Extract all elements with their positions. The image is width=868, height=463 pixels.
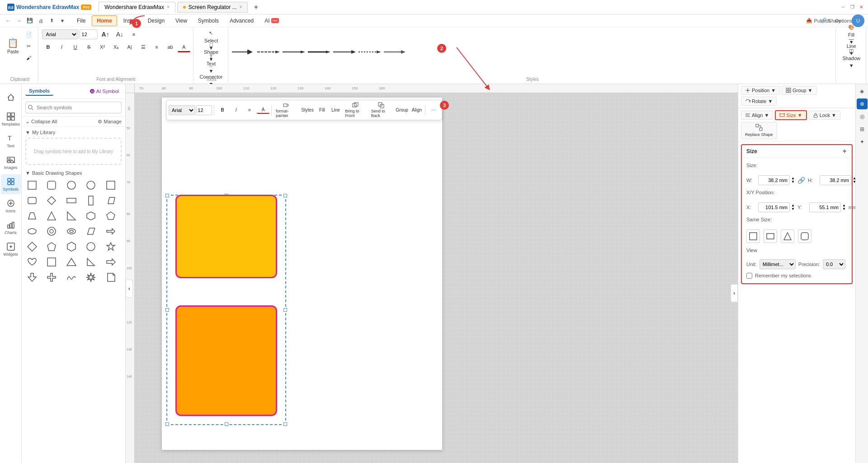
sel-handle-br[interactable] <box>283 422 287 426</box>
back-button[interactable]: ← <box>4 16 13 25</box>
collapse-all-button[interactable]: ⌄ Collapse All <box>25 118 57 125</box>
width-input[interactable] <box>758 175 790 185</box>
sidebar-item-home[interactable] <box>1 88 21 108</box>
shape-parallelogram2[interactable] <box>84 224 98 238</box>
select-tool-button[interactable]: ↖Select▼ <box>197 29 226 40</box>
shape-arrow-r[interactable] <box>104 224 118 238</box>
font-size-input[interactable] <box>80 29 98 39</box>
shape-triangle2[interactable] <box>65 255 78 269</box>
fontcolor-button[interactable]: A <box>178 42 190 52</box>
shape-pentagon[interactable] <box>104 209 118 223</box>
sel-handle-ml[interactable] <box>165 308 169 312</box>
size-rt-button[interactable]: Size▼ <box>775 110 807 120</box>
shape-pentagon2[interactable] <box>45 240 58 253</box>
sel-handle-mr[interactable] <box>283 308 287 312</box>
rs-icon-4[interactable]: ⊞ <box>857 124 868 135</box>
ft-bold-button[interactable]: B <box>216 107 229 113</box>
cut-button[interactable]: ✂ <box>23 41 35 51</box>
x-spinner[interactable]: ▲ ▼ <box>791 204 795 211</box>
unit-select[interactable]: Millimet... <box>760 259 796 269</box>
share-quick-button[interactable]: ⬆ <box>47 16 56 25</box>
right-panel-collapse-button[interactable]: › <box>731 284 738 302</box>
rs-icon-1[interactable]: ◈ <box>857 86 868 97</box>
tab-screen-regulator[interactable]: Screen Regulator ... × <box>177 2 248 13</box>
position-button[interactable]: Position▼ <box>741 86 780 95</box>
tab-edrawmax[interactable]: Wondershare EdrawMax × <box>99 2 175 13</box>
shape-hexagon2[interactable] <box>65 240 78 253</box>
shape-rect-wide[interactable] <box>65 194 78 207</box>
sidebar-item-icons[interactable]: Icons <box>1 196 21 216</box>
sidebar-item-widgets[interactable]: Widgets <box>1 239 21 259</box>
quick-dropdown[interactable]: ▼ <box>58 16 67 25</box>
save-button[interactable]: 💾 <box>25 16 34 25</box>
remember-checkbox[interactable] <box>746 273 752 279</box>
tab-symbols[interactable]: Symbols <box>25 87 53 96</box>
list-button[interactable]: ≡ <box>151 42 163 52</box>
shape-circle[interactable] <box>65 178 78 192</box>
link-dimensions-button[interactable]: 🔗 <box>797 177 805 184</box>
shape-cross[interactable] <box>45 271 58 284</box>
align-button[interactable]: ≡ <box>127 29 140 40</box>
text-tool-button[interactable]: TText▼ <box>197 52 226 63</box>
shape-rounded2[interactable] <box>25 194 39 207</box>
canvas-area[interactable]: ‹ 70 80 90 100 110 120 130 140 150 160 4… <box>126 84 738 463</box>
connector-tool-button[interactable]: ⌒Connector▼ <box>197 64 226 75</box>
menu-home[interactable]: Home <box>92 15 117 26</box>
shape-parallelogram[interactable] <box>104 194 118 207</box>
sel-handle-bm[interactable] <box>225 422 228 426</box>
rs-icon-5[interactable]: ✦ <box>857 136 868 147</box>
subscript-button[interactable]: X₂ <box>110 42 123 52</box>
shape-wide-arrow[interactable] <box>104 255 118 269</box>
ft-formatpainter-button[interactable]: format-painter <box>274 101 299 119</box>
menu-file[interactable]: File <box>72 16 90 26</box>
menu-insert[interactable]: Insert <box>119 16 142 26</box>
panel-collapse-button[interactable]: ‹ <box>126 280 133 298</box>
basic-shapes-toggle[interactable]: ▼ Basic Drawing Shapes <box>25 170 122 176</box>
shape-hexagon[interactable] <box>84 209 98 223</box>
rs-icon-3[interactable]: ◎ <box>857 111 868 122</box>
same-size-icon-3[interactable] <box>781 229 794 243</box>
shape-heart[interactable] <box>25 255 39 269</box>
sel-handle-bl[interactable] <box>165 422 169 426</box>
font-decrease-button[interactable]: A↓ <box>113 29 126 40</box>
bullets-button[interactable]: ☰ <box>137 42 150 52</box>
sidebar-item-text[interactable]: T Text <box>1 131 21 151</box>
shape-diamond[interactable] <box>45 194 58 207</box>
replace-shape-button[interactable]: Replace Shape <box>741 122 777 139</box>
ft-font-select[interactable]: Arial <box>169 105 195 115</box>
precision-select[interactable]: 0.0 <box>823 259 845 269</box>
x-position-input[interactable] <box>758 202 790 212</box>
superscript-button[interactable]: X² <box>96 42 109 52</box>
menu-advanced[interactable]: Advanced <box>225 16 258 26</box>
format-painter-button[interactable]: 🖌 <box>23 52 35 63</box>
shape-rect-tall[interactable] <box>84 194 98 207</box>
ft-fontcolor-button[interactable]: A <box>257 106 269 114</box>
sidebar-item-charts[interactable]: Charts <box>1 218 21 238</box>
ft-styles-button[interactable]: Styles <box>300 107 315 113</box>
font-increase-button[interactable]: A↑ <box>99 29 112 40</box>
new-tab-button[interactable]: + <box>250 2 262 13</box>
ft-bringfront-button[interactable]: Bring to Front <box>343 101 368 119</box>
ft-sendback-button[interactable]: Send to Back <box>369 101 394 119</box>
height-input[interactable] <box>820 175 851 185</box>
options-button[interactable]: Options <box>839 16 848 25</box>
sidebar-item-images[interactable]: Images <box>1 153 21 173</box>
shape-star5[interactable] <box>104 240 118 253</box>
text-dir-button[interactable]: A| <box>123 42 136 52</box>
canvas-page[interactable]: Arial B I ≡ A format-painter Styles Fill… <box>162 98 442 450</box>
print-button[interactable]: 🖨 <box>36 16 45 25</box>
same-size-icon-4[interactable] <box>798 229 811 243</box>
shape-diamond2[interactable] <box>25 240 39 253</box>
shape-ellipse-sm[interactable] <box>25 224 39 238</box>
shape-rtriangle2[interactable] <box>84 255 98 269</box>
ft-group-button[interactable]: Group <box>394 107 409 113</box>
menu-ai[interactable]: AI hot <box>260 16 283 26</box>
shape-circle2[interactable] <box>84 178 98 192</box>
canvas-content[interactable]: Arial B I ≡ A format-painter Styles Fill… <box>135 93 738 463</box>
shape-triangle[interactable] <box>45 209 58 223</box>
wordwrap-button[interactable]: ab <box>164 42 177 52</box>
same-size-icon-2[interactable] <box>764 229 777 243</box>
shape-square[interactable] <box>25 178 39 192</box>
shape-square3[interactable] <box>45 255 58 269</box>
sel-handle-tl[interactable] <box>165 194 169 197</box>
